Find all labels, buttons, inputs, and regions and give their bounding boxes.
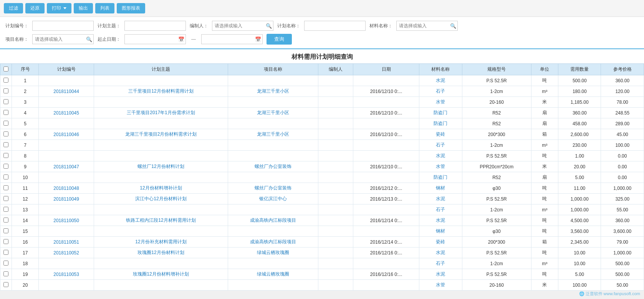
cell-material[interactable]: 水泥 [419, 151, 462, 161]
row-checkbox-cell[interactable] [0, 129, 12, 140]
cell-material[interactable]: 防盗门 [419, 172, 462, 183]
cell-plan-no[interactable]: 2018110053 [39, 269, 94, 280]
cell-plan-no[interactable]: 2018110051 [39, 237, 94, 248]
header-checkbox-cell[interactable] [0, 64, 12, 75]
row-checkbox[interactable] [3, 282, 8, 287]
export-button[interactable]: 输出 [74, 3, 93, 13]
cell-theme[interactable]: 12月份补充材料需用计划 [94, 237, 228, 248]
cell-project[interactable]: 螺丝厂办公室装饰 [228, 161, 318, 172]
row-checkbox-cell[interactable] [0, 280, 12, 291]
row-checkbox-cell[interactable] [0, 226, 12, 237]
print-button[interactable]: 打印 [47, 3, 71, 13]
cell-plan-no[interactable]: 2018110052 [39, 248, 94, 258]
cell-project[interactable]: 成渝高铁内江标段项目 [228, 215, 318, 226]
cell-project[interactable]: 成渝高铁内江标段项目 [228, 237, 318, 248]
cell-plan-no[interactable]: 2018110050 [39, 215, 94, 226]
row-checkbox[interactable] [3, 261, 8, 266]
row-checkbox-cell[interactable] [0, 97, 12, 108]
row-checkbox[interactable] [3, 110, 8, 115]
editor-input[interactable] [212, 21, 273, 31]
project-search-icon[interactable]: 🔍 [85, 36, 93, 43]
material-search-icon[interactable]: 🔍 [449, 22, 457, 30]
row-checkbox-cell[interactable] [0, 161, 12, 172]
cell-project[interactable]: 绿城云栖玫瑰圈 [228, 269, 318, 280]
material-name-input[interactable] [396, 21, 458, 31]
cell-material[interactable]: 水泥 [419, 215, 462, 226]
cell-theme[interactable]: 玫瑰圈12月份材料计划 [94, 248, 228, 258]
row-checkbox-cell[interactable] [0, 204, 12, 215]
cell-material[interactable]: 防盗门 [419, 108, 462, 118]
cell-material[interactable]: 石子 [419, 258, 462, 269]
cell-plan-no[interactable]: 2018110044 [39, 86, 94, 97]
row-checkbox-cell[interactable] [0, 140, 12, 151]
row-checkbox-cell[interactable] [0, 86, 12, 97]
cell-material[interactable]: 水泥 [419, 269, 462, 280]
row-checkbox[interactable] [3, 88, 8, 93]
project-name-input[interactable] [32, 34, 94, 44]
row-checkbox[interactable] [3, 218, 8, 223]
cell-theme[interactable]: 龙湖三千里项目2月份材料需求计划 [94, 129, 228, 140]
cell-plan-no[interactable]: 2018110049 [39, 194, 94, 204]
cell-plan-no[interactable]: 2018110047 [39, 161, 94, 172]
cell-material[interactable]: 防盗门 [419, 118, 462, 129]
row-checkbox-cell[interactable] [0, 75, 12, 86]
reset-button[interactable]: 还原 [25, 3, 45, 13]
chart-button[interactable]: 图形报表 [117, 3, 145, 13]
cell-material[interactable]: 水管 [419, 97, 462, 108]
row-checkbox[interactable] [3, 78, 8, 83]
query-button[interactable]: 查询 [267, 34, 292, 45]
row-checkbox[interactable] [3, 228, 8, 233]
cell-theme[interactable]: 三千里项目2017年1月份需求计划 [94, 108, 228, 118]
cell-material[interactable]: 水泥 [419, 248, 462, 258]
row-checkbox[interactable] [3, 196, 8, 201]
row-checkbox[interactable] [3, 99, 8, 104]
row-checkbox-cell[interactable] [0, 183, 12, 194]
row-checkbox[interactable] [3, 121, 8, 126]
cell-material[interactable]: 瓷砖 [419, 237, 462, 248]
cell-theme[interactable]: 螺丝厂12月份材料计划 [94, 161, 228, 172]
row-checkbox[interactable] [3, 271, 8, 276]
row-checkbox[interactable] [3, 207, 8, 212]
cell-theme[interactable]: 铁路工程内江段12月材料需用计划 [94, 215, 228, 226]
date-start-calendar-icon[interactable]: 📅 [177, 36, 185, 43]
editor-search-icon[interactable]: 🔍 [265, 22, 273, 30]
cell-theme[interactable]: 玫瑰圈12月份材料增补计划 [94, 269, 228, 280]
cell-project[interactable]: 龙湖三千里小区 [228, 129, 318, 140]
cell-material[interactable]: 水泥 [419, 75, 462, 86]
row-checkbox[interactable] [3, 153, 8, 158]
cell-theme[interactable]: 12月份材料增补计划 [94, 183, 228, 194]
filter-button[interactable]: 过滤 [4, 3, 23, 13]
cell-plan-no[interactable]: 2018110048 [39, 183, 94, 194]
row-checkbox-cell[interactable] [0, 151, 12, 161]
cell-theme[interactable]: 三千里项目12月份材料需用计划 [94, 86, 228, 97]
cell-project[interactable]: 龙湖三千里小区 [228, 108, 318, 118]
cell-project[interactable]: 绿城云栖玫瑰圈 [228, 248, 318, 258]
date-end-input[interactable] [201, 34, 263, 44]
row-checkbox-cell[interactable] [0, 118, 12, 129]
cell-material[interactable]: 瓷砖 [419, 129, 462, 140]
row-checkbox-cell[interactable] [0, 248, 12, 258]
cell-plan-no[interactable]: 2018110045 [39, 108, 94, 118]
list-button[interactable]: 列表 [95, 3, 114, 13]
date-end-calendar-icon[interactable]: 📅 [254, 36, 262, 43]
cell-theme[interactable]: 滨江中心12月份材料计划 [94, 194, 228, 204]
cell-plan-no[interactable]: 2018110046 [39, 129, 94, 140]
select-all-checkbox[interactable] [3, 66, 8, 71]
plan-theme-input[interactable] [124, 21, 186, 31]
row-checkbox-cell[interactable] [0, 215, 12, 226]
cell-project[interactable]: 龙湖三千里小区 [228, 86, 318, 97]
cell-material[interactable]: 石子 [419, 204, 462, 215]
cell-project[interactable]: 银亿滨江中心 [228, 194, 318, 204]
row-checkbox[interactable] [3, 142, 8, 147]
row-checkbox-cell[interactable] [0, 258, 12, 269]
cell-material[interactable]: 石子 [419, 86, 462, 97]
date-start-input[interactable] [124, 34, 186, 44]
row-checkbox-cell[interactable] [0, 237, 12, 248]
row-checkbox-cell[interactable] [0, 172, 12, 183]
cell-material[interactable]: 水泥 [419, 194, 462, 204]
cell-project[interactable]: 螺丝厂办公室装饰 [228, 183, 318, 194]
row-checkbox-cell[interactable] [0, 269, 12, 280]
row-checkbox[interactable] [3, 164, 8, 169]
plan-no-input[interactable] [32, 21, 94, 31]
cell-material[interactable]: 水管 [419, 161, 462, 172]
